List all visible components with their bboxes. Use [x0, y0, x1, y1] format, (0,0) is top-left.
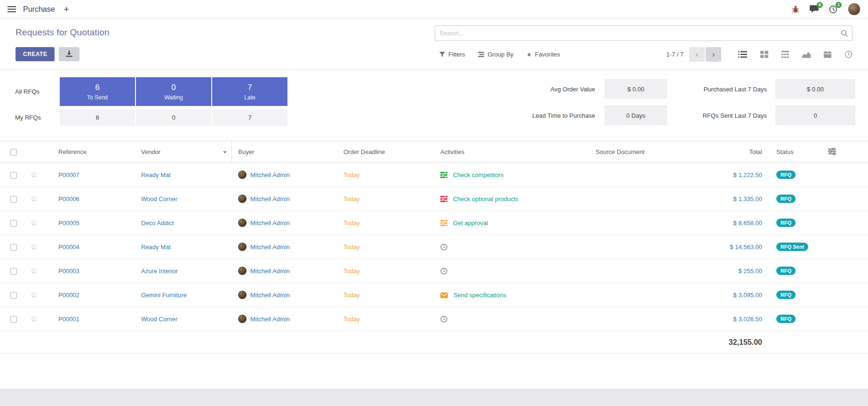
- purchased-last-7-days-label: Purchased Last 7 Days: [673, 86, 767, 93]
- column-header-reference[interactable]: Reference: [49, 141, 136, 163]
- activity-label[interactable]: Get approval: [453, 219, 488, 227]
- table-row[interactable]: ☆ P00002 Gemini Furniture Mitchell Admin…: [0, 283, 868, 307]
- app-name[interactable]: Purchase: [23, 5, 55, 14]
- search-icon[interactable]: [841, 30, 848, 39]
- order-deadline: Today: [337, 259, 434, 283]
- row-checkbox[interactable]: [10, 220, 17, 227]
- graph-view-button[interactable]: [802, 51, 811, 58]
- purchased-last-7-days[interactable]: $ 0.00: [775, 79, 855, 99]
- tile-late[interactable]: 7 Late: [212, 77, 287, 106]
- favorites-label: Favorites: [535, 51, 560, 58]
- favorite-star-icon[interactable]: ☆: [30, 171, 37, 179]
- buyer-name: Mitchell Admin: [250, 171, 290, 179]
- table-row[interactable]: ☆ P00007 Ready Mat Mitchell Admin Today …: [0, 163, 868, 187]
- favorite-star-icon[interactable]: ☆: [30, 219, 37, 227]
- favorite-star-icon[interactable]: ☆: [30, 267, 37, 276]
- tile-to-send[interactable]: 6 To Send: [60, 77, 135, 106]
- column-header-activities[interactable]: Activities: [434, 141, 588, 163]
- table-row[interactable]: ☆ P00006 Wood Corner Mitchell Admin Toda…: [0, 187, 868, 211]
- hamburger-menu-icon[interactable]: [8, 6, 16, 12]
- all-rfqs-label: All RFQs: [15, 77, 60, 106]
- row-checkbox[interactable]: [10, 196, 17, 203]
- favorite-star-icon[interactable]: ☆: [30, 195, 37, 203]
- my-late-count[interactable]: 7: [212, 109, 287, 126]
- tasks-activity-icon[interactable]: [440, 172, 447, 178]
- envelope-activity-icon[interactable]: [440, 292, 448, 298]
- buyer-avatar: [238, 195, 247, 203]
- activities-clock-icon[interactable]: 1: [829, 5, 837, 14]
- row-checkbox[interactable]: [10, 268, 17, 275]
- activity-label[interactable]: Send specifications: [454, 292, 506, 299]
- buyer-name: Mitchell Admin: [250, 195, 290, 203]
- clock-activity-icon[interactable]: [440, 316, 447, 323]
- column-header-order-deadline[interactable]: Order Deadline: [337, 141, 434, 163]
- kanban-view-button[interactable]: [760, 51, 768, 58]
- activity-label[interactable]: Check optional products: [453, 195, 518, 203]
- star-icon: ★: [526, 51, 532, 58]
- lead-time-label: Lead Time to Purchase: [463, 112, 595, 119]
- favorite-star-icon[interactable]: ☆: [30, 315, 37, 324]
- clock-activity-icon[interactable]: [440, 268, 447, 275]
- vendor-link: Ready Mat: [141, 244, 171, 251]
- pager-next-button[interactable]: ›: [706, 47, 721, 62]
- search-input[interactable]: [435, 26, 852, 41]
- table-row[interactable]: ☆ P00001 Wood Corner Mitchell Admin Toda…: [0, 307, 868, 331]
- pivot-view-button[interactable]: [781, 51, 789, 58]
- list-view-button[interactable]: [738, 51, 747, 58]
- activity-view-button[interactable]: [844, 50, 852, 58]
- source-document: [588, 187, 696, 211]
- row-checkbox[interactable]: [10, 316, 17, 323]
- vendor-header-label: Vendor: [141, 148, 160, 155]
- buyer-avatar: [238, 315, 247, 323]
- messages-icon[interactable]: 5: [810, 5, 819, 13]
- column-header-vendor[interactable]: Vendor: [136, 141, 231, 163]
- select-all-checkbox[interactable]: [10, 149, 17, 155]
- favorite-star-icon[interactable]: ☆: [30, 291, 37, 300]
- column-header-buyer[interactable]: Buyer: [231, 141, 337, 163]
- pager-range[interactable]: 1-7 / 7: [666, 51, 684, 58]
- tile-count: 0: [171, 83, 175, 92]
- favorites-button[interactable]: ★ Favorites: [526, 51, 560, 58]
- create-button[interactable]: CREATE: [16, 47, 55, 61]
- column-header-status[interactable]: Status: [770, 141, 828, 163]
- rfqs-sent-last-7-days[interactable]: 0: [775, 106, 855, 125]
- optional-columns-button[interactable]: [828, 141, 868, 163]
- bug-icon[interactable]: [792, 5, 799, 13]
- buyer-name: Mitchell Admin: [250, 316, 290, 323]
- pager-previous-button[interactable]: ‹: [689, 47, 705, 62]
- column-header-total[interactable]: Total: [696, 141, 770, 163]
- tile-waiting[interactable]: 0 Waiting: [136, 77, 211, 106]
- tasks-activity-icon[interactable]: [440, 196, 447, 202]
- export-button[interactable]: [59, 47, 80, 61]
- table-row[interactable]: ☆ P00003 Azure Interior Mitchell Admin T…: [0, 259, 868, 283]
- table-row[interactable]: ☆ P00004 Ready Mat Mitchell Admin Today …: [0, 235, 868, 259]
- row-checkbox[interactable]: [10, 244, 17, 251]
- activity-label[interactable]: Check competitors: [453, 171, 504, 179]
- calendar-view-button[interactable]: [824, 51, 831, 58]
- group-by-button[interactable]: Group By: [478, 51, 513, 58]
- my-waiting-count[interactable]: 0: [136, 109, 211, 126]
- search-box: [435, 25, 852, 41]
- table-footer-row: 32,155.00: [0, 331, 868, 354]
- lead-time-value[interactable]: 0 Days: [605, 106, 667, 125]
- column-header-source-document[interactable]: Source Document: [588, 141, 696, 163]
- total-amount: $ 1,335.00: [696, 187, 770, 211]
- my-rfqs-label: My RFQs: [15, 109, 60, 126]
- table-row[interactable]: ☆ P00005 Deco Addict Mitchell Admin Toda…: [0, 211, 868, 235]
- filters-button[interactable]: Filters: [439, 51, 465, 58]
- user-avatar[interactable]: [848, 3, 860, 16]
- row-checkbox[interactable]: [10, 172, 17, 179]
- chevron-right-icon: ›: [712, 50, 715, 59]
- clock-activity-icon[interactable]: [440, 244, 447, 251]
- row-checkbox[interactable]: [10, 292, 17, 299]
- vendor-link: Gemini Furniture: [141, 292, 187, 299]
- tasks-activity-icon[interactable]: [440, 220, 447, 226]
- plus-icon[interactable]: +: [62, 5, 71, 14]
- tile-label: Late: [244, 94, 255, 101]
- my-to-send-count[interactable]: 6: [60, 109, 135, 126]
- vendor-link: Ready Mat: [141, 171, 171, 179]
- buyer-name: Mitchell Admin: [250, 244, 290, 251]
- purchase-app-page: Purchase + 5 1 Requests for Quotation CR…: [0, 0, 868, 389]
- avg-order-value[interactable]: $ 0.00: [605, 79, 667, 99]
- favorite-star-icon[interactable]: ☆: [30, 243, 37, 252]
